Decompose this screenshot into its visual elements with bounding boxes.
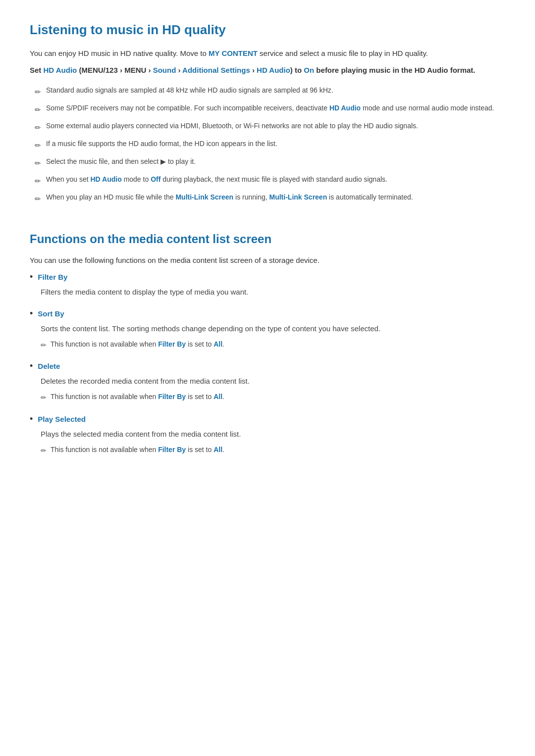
delete-label[interactable]: Delete xyxy=(38,360,60,372)
delete-note-icon: ✏ xyxy=(41,392,47,403)
section2-intro: You can use the following functions on t… xyxy=(30,254,505,266)
filter-by-link-delete[interactable]: Filter By xyxy=(158,393,186,401)
bullet-dot-4: • xyxy=(30,414,33,423)
play-selected-note-icon: ✏ xyxy=(41,445,47,456)
bullet-filter-by: • Filter By Filters the media content to… xyxy=(30,271,505,298)
off-link-note6[interactable]: Off xyxy=(151,175,160,183)
filter-by-desc: Filters the media content to display the… xyxy=(41,286,505,298)
intro-text-before: You can enjoy HD music in HD native qual… xyxy=(30,49,209,57)
note-list: ✏ Standard audio signals are sampled at … xyxy=(30,85,505,205)
bullet-play-selected-title: • Play Selected xyxy=(30,413,505,425)
hd-audio-link-note6[interactable]: HD Audio xyxy=(91,175,122,183)
my-content-link[interactable]: MY CONTENT xyxy=(209,49,258,57)
filter-by-link-play[interactable]: Filter By xyxy=(158,446,186,454)
note-icon-1: ✏ xyxy=(35,86,41,98)
bullet-dot-3: • xyxy=(30,361,33,370)
note-text-5: Select the music file, and then select ▶… xyxy=(46,156,196,167)
all-link-sort[interactable]: All xyxy=(214,340,222,348)
note-item-7: ✏ When you play an HD music file while t… xyxy=(30,192,505,205)
bullet-delete: • Delete Deletes the recorded media cont… xyxy=(30,360,505,403)
bullet-delete-title: • Delete xyxy=(30,360,505,372)
all-link-delete[interactable]: All xyxy=(214,393,222,401)
note-icon-2: ✏ xyxy=(35,104,41,116)
bullet-dot-1: • xyxy=(30,272,33,281)
multi-link-screen-link2[interactable]: Multi-Link Screen xyxy=(269,193,327,201)
note-item-3: ✏ Some external audio players connected … xyxy=(30,121,505,134)
sort-by-desc: Sorts the content list. The sorting meth… xyxy=(41,323,505,335)
note-item-6: ✏ When you set HD Audio mode to Off duri… xyxy=(30,174,505,187)
sort-by-note-text: This function is not available when Filt… xyxy=(51,339,224,350)
note-text-3: Some external audio players connected vi… xyxy=(46,121,418,132)
note-item-2: ✏ Some S/PDIF receivers may not be compa… xyxy=(30,103,505,116)
note-icon-4: ✏ xyxy=(35,140,41,151)
set-label: Set xyxy=(30,66,44,74)
sound-link[interactable]: Sound xyxy=(153,66,176,74)
note-text-1: Standard audio signals are sampled at 48… xyxy=(46,85,333,96)
arrow2: › xyxy=(176,66,182,74)
sort-by-note: ✏ This function is not available when Fi… xyxy=(41,339,505,351)
note-text-4: If a music file supports the HD audio fo… xyxy=(46,139,277,150)
delete-desc: Deletes the recorded media content from … xyxy=(41,375,505,387)
intro-paragraph: You can enjoy HD music in HD native qual… xyxy=(30,48,505,59)
menu-path: (MENU/123 › MENU › xyxy=(79,66,153,74)
bullet-sort-by: • Sort By Sorts the content list. The so… xyxy=(30,308,505,351)
hd-audio-link1[interactable]: HD Audio xyxy=(44,66,77,74)
play-selected-note-text: This function is not available when Filt… xyxy=(51,444,224,455)
note-text-6: When you set HD Audio mode to Off during… xyxy=(46,174,387,185)
bullet-dot-2: • xyxy=(30,309,33,318)
arrow3: › xyxy=(250,66,257,74)
note-icon-7: ✏ xyxy=(35,193,41,205)
filter-by-label[interactable]: Filter By xyxy=(38,271,67,283)
all-link-play[interactable]: All xyxy=(214,446,222,454)
section1-title: Listening to music in HD quality xyxy=(30,20,505,41)
note-text-2: Some S/PDIF receivers may not be compati… xyxy=(46,103,494,114)
note-text-7: When you play an HD music file while the… xyxy=(46,192,413,203)
play-selected-desc: Plays the selected media content from th… xyxy=(41,428,505,440)
sort-by-label[interactable]: Sort By xyxy=(38,308,64,320)
note-item-1: ✏ Standard audio signals are sampled at … xyxy=(30,85,505,98)
on-link[interactable]: On xyxy=(304,66,314,74)
intro-text-after: service and select a music file to play … xyxy=(258,49,428,57)
note-icon-3: ✏ xyxy=(35,122,41,134)
section2-title: Functions on the media content list scre… xyxy=(30,230,505,249)
hd-audio-link-note2[interactable]: HD Audio xyxy=(329,104,361,112)
bullet-filter-by-title: • Filter By xyxy=(30,271,505,283)
hd-audio-link2[interactable]: HD Audio xyxy=(257,66,290,74)
to-text: to xyxy=(293,66,304,74)
note-icon-6: ✏ xyxy=(35,175,41,187)
set-line: Set HD Audio (MENU/123 › MENU › Sound › … xyxy=(30,64,505,76)
additional-settings-link[interactable]: Additional Settings xyxy=(182,66,250,74)
bullet-sort-by-title: • Sort By xyxy=(30,308,505,320)
delete-note-text: This function is not available when Filt… xyxy=(51,391,224,402)
note-icon-5: ✏ xyxy=(35,157,41,169)
note-item-5: ✏ Select the music file, and then select… xyxy=(30,156,505,169)
section-media-functions: Functions on the media content list scre… xyxy=(30,230,505,456)
play-selected-note: ✏ This function is not available when Fi… xyxy=(41,444,505,456)
sort-by-note-icon: ✏ xyxy=(41,340,47,351)
filter-by-link-sort[interactable]: Filter By xyxy=(158,340,186,348)
play-selected-label[interactable]: Play Selected xyxy=(38,413,86,425)
note-item-4: ✏ If a music file supports the HD audio … xyxy=(30,139,505,151)
delete-note: ✏ This function is not available when Fi… xyxy=(41,391,505,403)
bullet-play-selected: • Play Selected Plays the selected media… xyxy=(30,413,505,456)
set-line-end: before playing music in the HD Audio for… xyxy=(314,66,475,74)
section-hd-audio: Listening to music in HD quality You can… xyxy=(30,20,505,205)
multi-link-screen-link1[interactable]: Multi-Link Screen xyxy=(175,193,233,201)
